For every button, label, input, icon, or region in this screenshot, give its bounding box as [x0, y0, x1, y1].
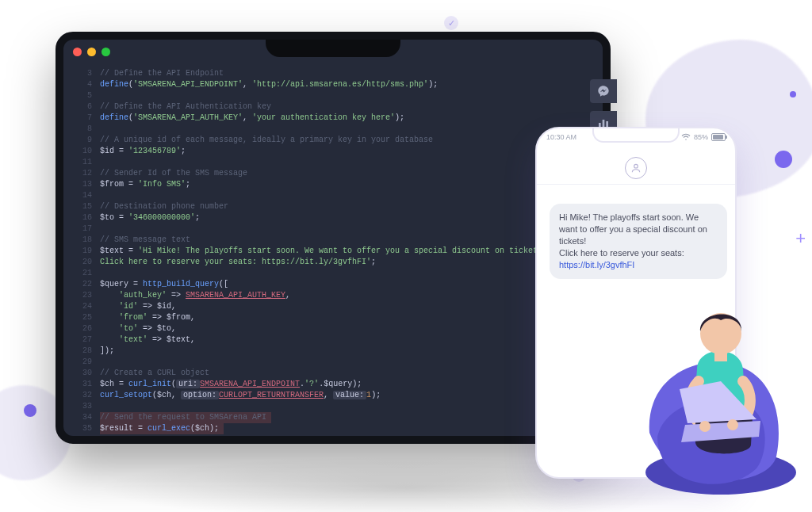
line-number: 24 — [71, 301, 100, 312]
line-number: 6 — [71, 101, 100, 113]
code-content[interactable]: ]); — [100, 346, 114, 357]
code-line: 29 — [71, 357, 595, 368]
code-content[interactable]: Click here to reserve your seats: https:… — [100, 257, 376, 268]
code-content[interactable]: $from = 'Info SMS'; — [100, 179, 190, 190]
device-notch — [266, 35, 400, 57]
code-content[interactable]: 'id' => $id, — [100, 301, 176, 312]
code-line: 10$id = '123456789'; — [71, 146, 595, 157]
code-content[interactable]: $id = '123456789'; — [100, 146, 186, 157]
code-line: 25 'from' => $from, — [71, 312, 595, 323]
code-content[interactable]: define('SMSARENA_API_ENDPOINT', 'http://… — [100, 79, 438, 90]
decor-dot-3 — [24, 404, 36, 417]
code-area[interactable]: 3// Define the API Endpoint4define('SMSA… — [63, 40, 603, 436]
stage: + + ✓ ✓ 3// Define the API Endpoint4defi… — [0, 0, 812, 512]
code-line: 31$ch = curl_init(uri:SMSARENA_API_ENDPO… — [71, 379, 595, 390]
decor-dot-2 — [790, 91, 796, 97]
svg-rect-7 — [714, 352, 727, 361]
messenger-icon[interactable] — [590, 79, 617, 103]
code-line: 21 — [71, 268, 595, 279]
code-line: 30// Create a CURL object — [71, 368, 595, 379]
code-content[interactable]: 'text' => $text, — [100, 334, 195, 346]
line-number: 32 — [71, 390, 100, 401]
code-line: 22$query = http_build_query([ — [71, 279, 595, 290]
code-content[interactable]: // Create a CURL object — [100, 368, 209, 379]
line-number: 20 — [71, 257, 100, 268]
decor-dot-1 — [775, 151, 792, 168]
code-editor-window: 3// Define the API Endpoint4define('SMSA… — [56, 32, 611, 444]
code-content[interactable]: // Destination phone number — [100, 201, 228, 212]
avatar[interactable] — [625, 157, 647, 179]
person-illustration — [602, 258, 800, 496]
line-number: 23 — [71, 290, 100, 301]
code-line: 12// Sender Id of the SMS message — [71, 168, 595, 179]
line-number: 3 — [71, 68, 100, 79]
window-traffic-lights — [73, 48, 110, 56]
code-line: 36 — [71, 434, 595, 436]
code-line: 16$to = '346000000000'; — [71, 212, 595, 224]
line-number: 7 — [71, 113, 100, 124]
line-number: 28 — [71, 346, 100, 357]
line-number: 31 — [71, 379, 100, 390]
sms-body: Hi Mike! The playoffs start soon. We wan… — [559, 212, 707, 258]
battery-icon — [711, 133, 726, 141]
line-number: 5 — [71, 90, 100, 101]
traffic-light-minimize[interactable] — [87, 48, 96, 56]
line-number: 16 — [71, 212, 100, 224]
code-line: 20Click here to reserve your seats: http… — [71, 257, 595, 268]
line-number: 25 — [71, 312, 100, 323]
code-content[interactable]: $text = 'Hi Mike! The playoffs start soo… — [100, 246, 547, 257]
code-line: 23 'auth_key' => SMSARENA_API_AUTH_KEY, — [71, 290, 595, 301]
code-line: 33 — [71, 401, 595, 412]
code-content[interactable]: // Sender Id of the SMS message — [100, 168, 247, 179]
svg-point-8 — [699, 421, 710, 432]
code-line: 4define('SMSARENA_API_ENDPOINT', 'http:/… — [71, 79, 595, 90]
code-content[interactable]: $ch = curl_init(uri:SMSARENA_API_ENDPOIN… — [100, 379, 362, 390]
phone-time: 10:30 AM — [546, 133, 576, 141]
code-content[interactable]: define('SMSARENA_API_AUTH_KEY', 'your au… — [100, 113, 404, 124]
code-line: 6// Define the API Authentication key — [71, 101, 595, 113]
code-line: 24 'id' => $id, — [71, 301, 595, 312]
code-line: 18// SMS message text — [71, 235, 595, 246]
svg-point-9 — [727, 419, 738, 430]
phone-notch — [592, 128, 680, 143]
traffic-light-zoom[interactable] — [102, 48, 110, 56]
code-line: 17 — [71, 224, 595, 235]
code-line: 27 'text' => $text, — [71, 334, 595, 346]
code-content[interactable]: 'to' => $to, — [100, 323, 176, 334]
code-content[interactable]: $query = http_build_query([ — [100, 279, 228, 290]
line-number: 29 — [71, 357, 100, 368]
line-number: 34 — [71, 412, 100, 423]
line-number: 22 — [71, 279, 100, 290]
code-line: 3// Define the API Endpoint — [71, 68, 595, 79]
code-content[interactable]: curl_setopt($ch, option:CURLOPT_RETURNTR… — [100, 390, 381, 401]
code-content[interactable]: $result = curl_exec($ch); — [100, 423, 224, 434]
line-number: 27 — [71, 334, 100, 346]
line-number: 15 — [71, 201, 100, 212]
line-number: 11 — [71, 157, 100, 168]
code-content[interactable]: // A unique id of each message, ideally … — [100, 135, 433, 146]
traffic-light-close[interactable] — [73, 48, 82, 56]
code-content[interactable]: 'from' => $from, — [100, 312, 195, 323]
svg-point-4 — [634, 164, 638, 168]
code-content[interactable]: $to = '346000000000'; — [100, 212, 200, 224]
code-line: 14 — [71, 190, 595, 201]
phone-chat-header — [537, 152, 735, 185]
line-number: 13 — [71, 179, 100, 190]
code-line: 32curl_setopt($ch, option:CURLOPT_RETURN… — [71, 390, 595, 401]
code-content[interactable]: 'auth_key' => SMSARENA_API_AUTH_KEY, — [100, 290, 290, 301]
line-number: 17 — [71, 224, 100, 235]
battery-percent: 85% — [694, 133, 708, 141]
line-number: 14 — [71, 190, 100, 201]
code-content[interactable]: // SMS message text — [100, 235, 190, 246]
line-number: 33 — [71, 401, 100, 412]
code-content[interactable]: // Send the request to SMSArena API — [100, 412, 271, 423]
code-line: 5 — [71, 90, 595, 101]
code-content[interactable]: // Define the API Endpoint — [100, 68, 224, 79]
line-number: 18 — [71, 235, 100, 246]
line-number: 35 — [71, 423, 100, 434]
code-line: 8 — [71, 124, 595, 135]
code-line: 11 — [71, 157, 595, 168]
code-line: 9// A unique id of each message, ideally… — [71, 135, 595, 146]
code-content[interactable]: // Define the API Authentication key — [100, 101, 271, 113]
line-number: 9 — [71, 135, 100, 146]
